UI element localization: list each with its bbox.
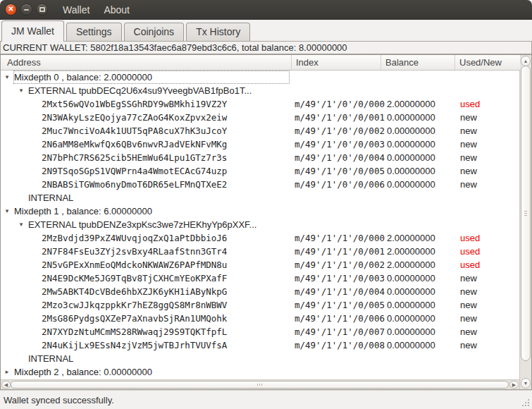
tree-row[interactable]: ▾ Mixdepth 0 , balance: 2.00000000 — [1, 71, 519, 84]
maximize-button[interactable] — [36, 4, 48, 16]
tree-row[interactable]: ▾ Mixdepth 1 , balance: 6.00000000 — [1, 204, 519, 218]
vertical-scrollbar-thumb[interactable] — [521, 66, 531, 361]
status-cell: new — [460, 338, 516, 352]
balance-cell: 0.00000000 — [387, 111, 457, 124]
address-cell: INTERNAL — [1, 352, 287, 365]
tree-row[interactable]: 2N4E9DcKMe5JG9TqBv8TjCXHCmYEoKPXafF m/49… — [1, 271, 519, 285]
status-cell: new — [460, 271, 516, 285]
column-header-used-new[interactable]: Used/New — [455, 55, 519, 70]
tree-row[interactable]: INTERNAL — [1, 352, 519, 365]
status-cell: used — [460, 258, 516, 271]
status-cell: new — [460, 178, 516, 191]
address-cell: Mixdepth 0 , balance: 2.00000000 — [1, 71, 287, 84]
tree-row[interactable]: 2N6aMM8eMkwfQx6QBv6nwvRJadVEkNFvMKg m/49… — [1, 138, 519, 151]
tree-row[interactable]: 2N5vGPExXnmEoQMdckoNKWAWZ6PAPfMDN8u m/49… — [1, 258, 519, 271]
address-cell: 2N4uKijLx9ESsN4zjVzM5jwTBJrhTVUVfsA — [1, 338, 287, 352]
tree-row[interactable]: 2Mw5ABKT4DcVBde6hbXZJK6yKH1iAByNkpG m/49… — [1, 285, 519, 298]
menu-wallet[interactable]: Wallet — [56, 0, 97, 20]
address-cell: 2N7XYDzNtuMCmMS28RWwaqj29S9TQKTfpfL — [1, 325, 287, 338]
tree-row[interactable]: 2N7bPhC7RS625cib5HEmWu64Lpu1GTz7r3s m/49… — [1, 151, 519, 164]
address-cell: EXTERNAL tpubDECq2U6x4su9YveegbVAB1fpBo1… — [1, 84, 287, 97]
tree-row[interactable]: 2Mxt56wQVo1WbEgSSGhRDY9wBMkhi19VZ2Y m/49… — [1, 97, 519, 111]
status-cell: new — [460, 298, 516, 312]
index-cell: m/49'/1'/1'/0/003 — [295, 271, 383, 285]
address-cell: 2NBABSiTGWmo6nyDmoT6DR65eLFMnQTXeE2 — [1, 178, 287, 191]
index-cell: m/49'/1'/1'/0/008 — [295, 338, 383, 352]
column-header-balance[interactable]: Balance — [381, 55, 455, 70]
scroll-up-button[interactable]: ▲ — [521, 56, 531, 66]
tree-row[interactable]: 2N7F84FsEu3ZYj2svBxy4RLaafStnn3GTr4 m/49… — [1, 245, 519, 258]
tree-body: ▾ Mixdepth 0 , balance: 2.00000000 ▾ EXT… — [1, 71, 519, 379]
resize-grip[interactable] — [521, 398, 530, 407]
index-cell: m/49'/1'/1'/0/002 — [295, 258, 383, 271]
address-cell: 2N4E9DcKMe5JG9TqBv8TjCXHCmYEoKPXafF — [1, 271, 287, 285]
tree-row[interactable]: 2N3WAkyLszEQojya77cZAoG4KoxZpvx2eiw m/49… — [1, 111, 519, 124]
tree-row[interactable]: INTERNAL — [1, 191, 519, 204]
tree-row[interactable]: ▸ Mixdepth 2 , balance: 0.00000000 — [1, 365, 519, 379]
index-cell: m/49'/1'/1'/0/004 — [295, 285, 383, 298]
address-cell: 2N5vGPExXnmEoQMdckoNKWAWZ6PAPfMDN8u — [1, 258, 287, 271]
index-cell: m/49'/1'/0'/0/002 — [295, 124, 383, 138]
tab-tx-history[interactable]: Tx History — [186, 23, 250, 41]
status-cell: new — [460, 111, 516, 124]
address-cell: 2Mxt56wQVo1WbEgSSGhRDY9wBMkhi19VZ2Y — [1, 97, 287, 111]
address-cell: 2N7bPhC7RS625cib5HEmWu64Lpu1GTz7r3s — [1, 151, 287, 164]
status-cell: used — [460, 245, 516, 258]
minimize-button[interactable] — [20, 4, 32, 16]
index-cell: m/49'/1'/0'/0/003 — [295, 138, 383, 151]
index-cell: m/49'/1'/0'/0/000 — [295, 97, 383, 111]
tab-coinjoins[interactable]: Coinjoins — [124, 23, 185, 41]
status-cell: used — [460, 231, 516, 245]
tree-row[interactable]: 2N7XYDzNtuMCmMS28RWwaqj29S9TQKTfpfL m/49… — [1, 325, 519, 338]
maximize-icon — [39, 7, 45, 12]
status-cell: new — [460, 164, 516, 178]
tree-row[interactable]: 2MsG86PydgsQXZeP7aXnavbSjRAn1UMQohk m/49… — [1, 312, 519, 325]
tree-row[interactable]: 2Muc7WnciVoA4k1UUT5qPA8cuX7hK3uJcoY m/49… — [1, 124, 519, 138]
scroll-down-button[interactable]: ▼ — [521, 378, 531, 389]
balance-cell: 0.00000000 — [387, 124, 457, 138]
column-header-address[interactable]: Address — [1, 55, 292, 70]
tree-row[interactable]: ▾ EXTERNAL tpubDECq2U6x4su9YveegbVAB1fpB… — [1, 84, 519, 97]
scroll-right-button[interactable]: ▶ — [509, 381, 519, 389]
balance-cell: 0.00000000 — [387, 285, 457, 298]
tree-row[interactable]: ▾ EXTERNAL tpubDENZe3xpKsc3we7zHEKhyYp6p… — [1, 218, 519, 231]
minimize-icon — [24, 9, 29, 11]
tree-row[interactable]: 2N4uKijLx9ESsN4zjVzM5jwTBJrhTVUVfsA m/49… — [1, 338, 519, 352]
close-button[interactable]: ✕ — [5, 4, 17, 16]
address-cell: 2MsG86PydgsQXZeP7aXnavbSjRAn1UMQohk — [1, 312, 287, 325]
titlebar: ✕ Wallet About — [0, 0, 532, 20]
address-cell: 2N9TSqoSGpS1VQWPrn4a4WmotECAcG74uzp — [1, 164, 287, 178]
status-cell: new — [460, 285, 516, 298]
tab-jm-wallet[interactable]: JM Wallet — [1, 20, 64, 42]
balance-cell: 0.00000000 — [387, 325, 457, 338]
address-cell: 2Muc7WnciVoA4k1UUT5qPA8cuX7hK3uJcoY — [1, 124, 287, 138]
status-cell: new — [460, 151, 516, 164]
index-cell: m/49'/1'/1'/0/005 — [295, 298, 383, 312]
current-wallet-banner: CURRENT WALLET: 5802f18a13543faec6a879eb… — [0, 41, 532, 54]
horizontal-scrollbar-thumb[interactable] — [11, 381, 509, 389]
tab-settings[interactable]: Settings — [66, 23, 122, 41]
column-header-index[interactable]: Index — [292, 55, 381, 70]
scroll-left-button[interactable]: ◀ — [1, 381, 11, 389]
status-message: Wallet synced successfully. — [4, 395, 114, 405]
wallet-tree: Address Index Balance Used/New ▾ Mixdept… — [0, 54, 532, 390]
horizontal-scrollbar[interactable]: ◀ ▶ — [1, 379, 519, 389]
address-cell: EXTERNAL tpubDENZe3xpKsc3we7zHEKhyYp6pXX… — [1, 218, 287, 231]
tree-row[interactable]: 2MzBvdjd39PxZ4WUvqjoqZxQ1aPtDbbioJ6 m/49… — [1, 231, 519, 245]
tree-row[interactable]: 2N9TSqoSGpS1VQWPrn4a4WmotECAcG74uzp m/49… — [1, 164, 519, 178]
index-cell: m/49'/1'/0'/0/005 — [295, 164, 383, 178]
index-cell: m/49'/1'/0'/0/001 — [295, 111, 383, 124]
tree-row[interactable]: 2Mzo3cwJJkqzppkKr7hEZ8ggQS8Mr8nWBWV m/49… — [1, 298, 519, 312]
tree-header: Address Index Balance Used/New — [1, 55, 520, 71]
balance-cell: 0.00000000 — [387, 312, 457, 325]
menu-about[interactable]: About — [97, 0, 137, 20]
window-buttons: ✕ — [5, 4, 48, 16]
menubar: Wallet About — [56, 0, 137, 20]
vertical-scrollbar[interactable]: ▲ ▼ — [519, 55, 531, 389]
scroll-right-icon: ▶ — [512, 382, 516, 388]
tree-row[interactable]: 2NBABSiTGWmo6nyDmoT6DR65eLFMnQTXeE2 m/49… — [1, 178, 519, 191]
address-cell: INTERNAL — [1, 191, 287, 204]
address-cell: Mixdepth 1 , balance: 6.00000000 — [1, 204, 287, 218]
scroll-up-icon: ▲ — [524, 59, 528, 63]
close-icon: ✕ — [8, 6, 13, 13]
